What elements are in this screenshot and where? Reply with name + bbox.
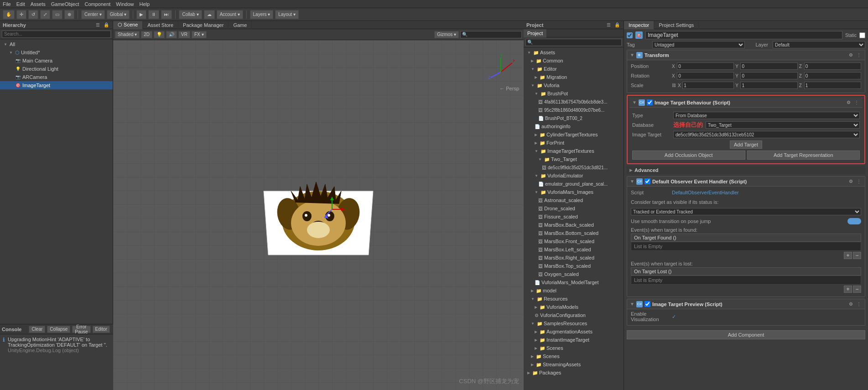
proj-item-vuforiamodels[interactable]: ▶ 📁 VuforiaModels — [524, 303, 624, 311]
rotation-z-input[interactable] — [804, 72, 861, 79]
global-toggle[interactable]: Global ▾ — [107, 10, 130, 19]
scale-z-input[interactable] — [804, 82, 861, 89]
proj-item-marsboxleft[interactable]: 🖼 MarsBox.Left_scaled — [524, 245, 624, 254]
menu-window[interactable]: Window — [116, 1, 134, 7]
found-minus-btn[interactable]: − — [853, 252, 861, 259]
add-target-representation-button[interactable]: Add Target Representation — [747, 151, 860, 160]
proj-item-vuforiaconfig[interactable]: ⚙ VuforiaConfiguration — [524, 311, 624, 319]
proj-item-common[interactable]: ▶ 📁 Common — [524, 57, 624, 65]
itb-more-btn[interactable]: ⋮ — [853, 100, 860, 105]
transform-more-btn[interactable]: ⋮ — [856, 52, 862, 57]
project-menu-btn[interactable]: ☰ — [606, 22, 612, 27]
proj-item-instantimage[interactable]: ▶ 📁 InstantImageTarget — [524, 336, 624, 344]
scale-x-input[interactable] — [682, 82, 734, 89]
menu-component[interactable]: Component — [84, 1, 110, 7]
object-name-input[interactable] — [645, 31, 842, 39]
proj-item-model[interactable]: ▶ 📁 model — [524, 286, 624, 295]
proj-item-brushpot[interactable]: ▼ 📁 BrushPot — [524, 89, 624, 98]
add-occlusion-button[interactable]: Add Occlusion Object — [632, 151, 745, 160]
rotation-x-input[interactable] — [677, 72, 734, 79]
proj-item-file2[interactable]: 🖼 95c2f8b1860d48009c07be6... — [524, 106, 624, 114]
transform-settings-btn[interactable]: ⚙ — [848, 52, 854, 57]
proj-item-marsboxtop[interactable]: 🖼 MarsBox.Top_scaled — [524, 262, 624, 270]
scene-fx-btn[interactable]: FX ▾ — [192, 31, 207, 38]
smooth-toggle[interactable] — [847, 218, 861, 224]
step-btn[interactable]: ⏭ — [161, 10, 172, 19]
proj-item-vuforiamars-images[interactable]: ▼ 📁 VuforiaMars_Images — [524, 188, 624, 196]
editor-button[interactable]: Editor — [93, 326, 110, 333]
hierarchy-menu-btn[interactable]: ☰ — [95, 22, 101, 27]
add-target-button[interactable]: Add Target — [730, 140, 762, 149]
proj-item-editor[interactable]: ▼ 📁 Editor — [524, 65, 624, 73]
proj-item-migration[interactable]: ▶ 📁 Migration — [524, 73, 624, 81]
menu-edit[interactable]: Edit — [16, 1, 25, 7]
tree-item-all[interactable]: ▼ All — [0, 40, 113, 48]
tree-item-dirlight[interactable]: 💡 Directional Light — [0, 65, 113, 73]
scene-audio-btn[interactable]: 🔊 — [166, 31, 177, 38]
pivot-toggle[interactable]: Center ▾ — [81, 10, 105, 19]
found-plus-btn[interactable]: + — [844, 252, 852, 259]
preview-settings-btn[interactable]: ⚙ — [848, 302, 854, 307]
tree-item-maincamera[interactable]: 📷 Main Camera — [0, 57, 113, 65]
scale-tool[interactable]: ⤢ — [40, 10, 50, 19]
object-active-checkbox[interactable] — [627, 32, 633, 38]
itb-settings-btn[interactable]: ⚙ — [846, 100, 852, 105]
itb-active-checkbox[interactable] — [647, 99, 653, 105]
proj-item-streaming[interactable]: ▶ 📁 StreamingAssets — [524, 360, 624, 369]
proj-item-marsboxback[interactable]: 🖼 MarsBox.Back_scaled — [524, 221, 624, 229]
scene-gizmos-btn[interactable]: Gizmos ▾ — [434, 31, 459, 38]
proj-item-imagetargettextures[interactable]: ▼ 📁 ImageTargetTextures — [524, 147, 624, 155]
scene-shading-btn[interactable]: Shaded ▾ — [115, 31, 140, 38]
proj-item-scenes[interactable]: ▶ 📁 Scenes — [524, 352, 624, 360]
menu-assets[interactable]: Assets — [31, 1, 46, 7]
scene-search-input[interactable] — [460, 31, 522, 38]
console-log-item-0[interactable]: ℹ Upgrading MotionHint 'ADAPTIVE' to Tra… — [3, 336, 110, 354]
clear-button[interactable]: Clear — [29, 326, 45, 333]
rotate-tool[interactable]: ↺ — [28, 10, 38, 19]
proj-item-vuforiamarsmodel[interactable]: 📄 VuforiaMars_ModelTarget — [524, 278, 624, 286]
position-z-input[interactable] — [804, 62, 861, 70]
inspector-tab-projectsettings[interactable]: Project Settings — [654, 21, 699, 29]
add-component-button[interactable]: Add Component — [627, 330, 865, 339]
observer-more-btn[interactable]: ⋮ — [856, 179, 862, 184]
scene-viewport[interactable]: X Y Z — [113, 40, 524, 390]
scene-light-btn[interactable]: 💡 — [154, 31, 165, 38]
scene-tab-game[interactable]: Game — [229, 21, 252, 29]
proj-item-fissure[interactable]: 🖼 Fissure_scaled — [524, 213, 624, 221]
lost-plus-btn[interactable]: + — [844, 286, 852, 293]
proj-item-assets[interactable]: ▼ 📁 Assets — [524, 48, 624, 57]
layout-btn[interactable]: Layout ▾ — [275, 10, 299, 19]
tag-select[interactable]: Untagged — [652, 41, 745, 48]
preview-active-checkbox[interactable] — [645, 301, 650, 307]
project-lock-btn[interactable]: 🔒 — [613, 22, 621, 27]
proj-item-brushpot2[interactable]: 📄 BrushPot_BT00_2 — [524, 114, 624, 122]
proj-item-emulator-ground[interactable]: 📄 emulator_ground_plane_scal... — [524, 180, 624, 188]
cloud-btn[interactable]: ☁ — [204, 10, 215, 19]
project-tab-project[interactable]: Project — [524, 29, 546, 37]
lost-minus-btn[interactable]: − — [853, 286, 861, 293]
proj-item-cylindertarget[interactable]: ▶ 📁 CylinderTargetTextures — [524, 130, 624, 139]
imagetarget-select[interactable]: de5cc9f9dc35d251dc3d86132ceb5102 — [673, 131, 860, 138]
observer-active-checkbox[interactable] — [645, 178, 650, 184]
proj-item-marsboxfront[interactable]: 🖼 MarsBox.Front_scaled — [524, 237, 624, 245]
proj-item-marsboxbottom[interactable]: 🖼 MarsBox.Bottom_scaled — [524, 229, 624, 237]
hierarchy-lock-btn[interactable]: 🔒 — [103, 22, 110, 27]
hand-tool[interactable]: ✋ — [3, 10, 15, 19]
proj-item-scenes-sub[interactable]: ▶ 📁 Scenes — [524, 344, 624, 352]
preview-more-btn[interactable]: ⋮ — [856, 302, 862, 307]
collab-btn[interactable]: Collab ▾ — [179, 10, 202, 19]
scene-tab-packagemanager[interactable]: Package Manager — [178, 21, 229, 29]
tree-item-untitled[interactable]: ▼ ⬡ Untitled* — [0, 48, 113, 57]
status-select[interactable]: Tracked or Extended Tracked — [631, 208, 861, 215]
rotation-y-input[interactable] — [740, 72, 797, 79]
proj-item-vuforia[interactable]: ▼ 📁 Vuforia — [524, 81, 624, 89]
proj-item-marsboxright[interactable]: 🖼 MarsBox.Right_scaled — [524, 254, 624, 262]
tree-item-arcamera[interactable]: 📷 ARCamera — [0, 73, 113, 81]
proj-item-file1[interactable]: 🖼 4fa86113b67547b0b6cb8de3... — [524, 98, 624, 106]
proj-item-resources[interactable]: ▼ 📁 Resources — [524, 295, 624, 303]
rect-tool[interactable]: ▭ — [52, 10, 62, 19]
proj-item-vuforiaemulator[interactable]: ▼ 📁 VuforiaEmulator — [524, 172, 624, 180]
tree-item-imagetarget[interactable]: 🎯 ImageTarget — [0, 81, 113, 89]
pause-btn[interactable]: ⏸ — [148, 10, 159, 19]
proj-item-de5cc[interactable]: 🖼 de5cc9f9dc35d251dc3d821... — [524, 163, 624, 172]
